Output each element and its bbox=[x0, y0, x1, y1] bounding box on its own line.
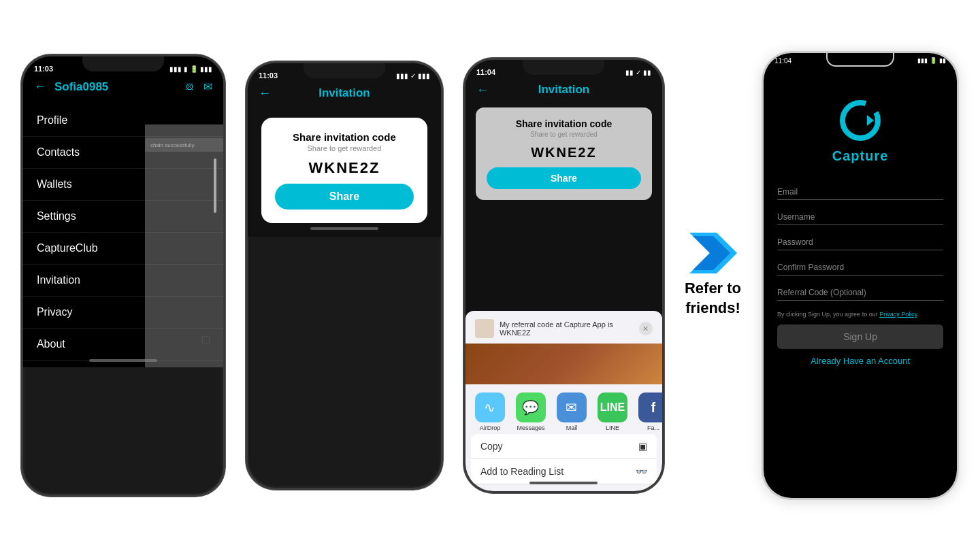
inv-card-subtitle-3: Share to get rewarded bbox=[487, 131, 641, 138]
phone-4: 11:04 ▮▮▮ 🔋 ▮▮ Capture Email Username Pa… bbox=[762, 51, 959, 500]
notch-1 bbox=[82, 56, 164, 71]
phone1-header: ← Sofia0985 ⦻ ✉ bbox=[23, 76, 223, 98]
phone2-title: Invitation bbox=[318, 86, 370, 100]
scrollbar bbox=[214, 158, 216, 213]
notch-3 bbox=[523, 60, 604, 75]
mail-share-icon: ✉ bbox=[566, 399, 577, 416]
inv-code-3: WKNE2Z bbox=[487, 145, 641, 161]
side-text: chain successfully bbox=[150, 142, 194, 148]
share-button-3[interactable]: Share bbox=[487, 167, 641, 189]
reading-list-label: Add to Reading List bbox=[480, 466, 564, 477]
airdrop-icon: ∿ bbox=[484, 399, 495, 416]
inv-card-title-3: Share invitation code bbox=[487, 118, 641, 129]
signup-button[interactable]: Sign Up bbox=[777, 324, 943, 349]
username-field: Username bbox=[777, 210, 943, 225]
registration-form: Email Username Password Confirm Password… bbox=[764, 178, 957, 373]
password-field: Password bbox=[777, 235, 943, 250]
close-sheet-button[interactable]: ✕ bbox=[639, 322, 653, 335]
fa-label: Fa... bbox=[647, 424, 659, 431]
time-3: 11:04 bbox=[476, 68, 495, 76]
status-icons-3: ▮▮ ✓ ▮▮ bbox=[625, 69, 651, 76]
glasses-icon: 👓 bbox=[636, 466, 647, 477]
inv-card-title-2: Share invitation code bbox=[275, 131, 414, 143]
copy-row[interactable]: Copy ▣ bbox=[471, 434, 657, 459]
capture-bottom-icon: □ bbox=[202, 333, 210, 347]
share-app-messages[interactable]: 💬 Messages bbox=[513, 393, 549, 431]
confirm-password-field: Confirm Password bbox=[777, 260, 943, 276]
svg-marker-3 bbox=[867, 115, 874, 126]
status-icons-1: ▮▮▮ ▮ 🔋 ▮▮▮ bbox=[169, 65, 212, 73]
share-app-mail[interactable]: ✉ Mail bbox=[554, 393, 589, 431]
share-app-fa[interactable]: f Fa... bbox=[636, 393, 662, 431]
username-label: Username bbox=[777, 212, 943, 222]
status-icons-2: ▮▮▮ ✓ ▮▮▮ bbox=[396, 72, 430, 80]
share-app-line[interactable]: LINE LINE bbox=[595, 393, 630, 431]
referral-label: Referral Code (Optional) bbox=[777, 288, 943, 297]
inv-card-subtitle-2: Share to get rewarded bbox=[275, 144, 414, 152]
notch-2 bbox=[304, 63, 385, 78]
confirm-password-label: Confirm Password bbox=[777, 263, 943, 272]
time-1: 11:03 bbox=[34, 65, 53, 73]
invitation-card-2: Share invitation code Share to get rewar… bbox=[261, 118, 427, 223]
email-label: Email bbox=[777, 187, 943, 197]
copy-icon: ▣ bbox=[638, 441, 647, 452]
phone1-title: Sofia0985 bbox=[54, 80, 108, 94]
airdrop-label: AirDrop bbox=[480, 424, 501, 431]
status-icons-4: ▮▮▮ 🔋 ▮▮ bbox=[917, 57, 946, 65]
share-button-2[interactable]: Share bbox=[275, 184, 414, 210]
header-icons-1: ⦻ ✉ bbox=[184, 80, 212, 93]
share-sheet-header: My referral code at Capture App is WKNE2… bbox=[466, 311, 662, 344]
preview-icon bbox=[475, 319, 494, 338]
line-icon: LINE bbox=[600, 401, 625, 414]
privacy-policy-link[interactable]: Privacy Policy bbox=[879, 311, 917, 318]
share-image-preview bbox=[466, 344, 662, 384]
back-arrow-2[interactable]: ← bbox=[259, 86, 271, 101]
time-4: 11:04 bbox=[774, 57, 791, 65]
messages-label: Messages bbox=[517, 424, 544, 431]
invitation-card-3: Share invitation code Share to get rewar… bbox=[476, 107, 652, 200]
capture-c-logo bbox=[838, 99, 883, 143]
password-label: Password bbox=[777, 237, 943, 247]
share-app-airdrop[interactable]: ∿ AirDrop bbox=[472, 393, 508, 431]
email-field: Email bbox=[777, 184, 943, 200]
phone2-header: ← Invitation bbox=[248, 82, 441, 104]
already-account-link[interactable]: Already Have an Account bbox=[777, 356, 943, 366]
capture-brand-label: Capture bbox=[832, 148, 889, 164]
refer-text: Refer to friends! bbox=[685, 279, 741, 318]
arrow-section: Refer to friends! bbox=[685, 233, 741, 318]
history-icon[interactable]: ⦻ bbox=[184, 80, 195, 93]
phone-2: 11:03 ▮▮▮ ✓ ▮▮▮ ← Invitation Share invit… bbox=[246, 61, 443, 490]
share-apps-row: ∿ AirDrop 💬 Messages ✉ Mail bbox=[466, 390, 662, 434]
mail-label: Mail bbox=[566, 424, 578, 431]
time-2: 11:03 bbox=[259, 71, 278, 80]
back-arrow-3[interactable]: ← bbox=[476, 83, 489, 97]
reading-list-row[interactable]: Add to Reading List 👓 bbox=[471, 459, 657, 484]
home-indicator-3 bbox=[529, 482, 598, 484]
phone-1: 11:03 ▮▮▮ ▮ 🔋 ▮▮▮ ← Sofia0985 ⦻ ✉ chain … bbox=[21, 54, 225, 497]
terms-text: By clicking Sign Up, you agree to our Pr… bbox=[777, 310, 943, 319]
fb-icon: f bbox=[651, 400, 656, 416]
mail-icon[interactable]: ✉ bbox=[203, 80, 212, 93]
notch-4 bbox=[826, 53, 894, 67]
back-arrow-1[interactable]: ← bbox=[34, 80, 46, 94]
messages-icon: 💬 bbox=[522, 399, 539, 416]
inv-code-2: WKNE2Z bbox=[275, 159, 414, 177]
phone-3: 11:04 ▮▮ ✓ ▮▮ ← Invitation Share invitat… bbox=[463, 58, 664, 493]
home-indicator-2 bbox=[310, 227, 378, 230]
share-preview-text: My referral code at Capture App is WKNE2… bbox=[500, 320, 639, 337]
line-label: LINE bbox=[606, 424, 619, 431]
phone3-header: ← Invitation bbox=[466, 79, 662, 101]
blue-arrow-icon bbox=[689, 233, 737, 273]
copy-label: Copy bbox=[480, 441, 503, 452]
capture-logo: Capture bbox=[764, 65, 957, 178]
phone3-title: Invitation bbox=[538, 83, 590, 97]
referral-field: Referral Code (Optional) bbox=[777, 285, 943, 301]
share-sheet: My referral code at Capture App is WKNE2… bbox=[466, 311, 662, 491]
share-rows: Copy ▣ Add to Reading List 👓 bbox=[471, 434, 657, 484]
